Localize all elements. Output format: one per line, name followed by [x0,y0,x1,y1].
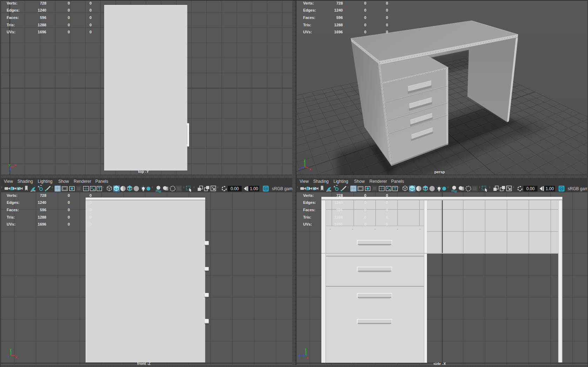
svg-text:ON: ON [265,188,267,190]
svg-text:x: x [15,163,16,167]
svg-text:x: x [307,356,308,360]
svg-text:x: x [15,355,17,359]
svg-text:x: x [309,167,311,171]
svg-text:0.00: 0.00 [526,186,535,191]
svg-text:ON: ON [560,188,563,190]
svg-text:sRGB gamma: sRGB gamma [272,186,293,191]
svg-text:z: z [299,167,300,171]
svg-text:y: y [304,158,306,162]
svg-text:y: y [9,163,11,167]
svg-text:z: z [8,355,10,359]
svg-text:z: z [9,171,10,174]
svg-text:1.00: 1.00 [546,186,554,191]
svg-text:0.00: 0.00 [230,186,239,191]
svg-text:sRGB gamma: sRGB gamma [568,186,588,191]
svg-text:1.00: 1.00 [250,186,258,191]
svg-text:y: y [10,348,12,351]
svg-text:z: z [299,354,300,358]
svg-text:y: y [305,347,307,351]
